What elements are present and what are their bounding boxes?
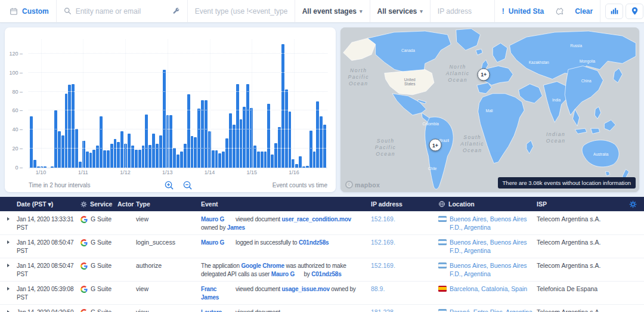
row-expander[interactable] xyxy=(0,258,17,267)
location-cell[interactable]: Buenos Aires, Buenos Aires F.D., Argenti… xyxy=(438,258,537,281)
zoom-out-icon[interactable] xyxy=(182,180,193,190)
column-header-type[interactable]: Type xyxy=(136,200,201,208)
ip-address[interactable]: 152.169. xyxy=(371,235,438,250)
chart-bar[interactable] xyxy=(72,84,75,168)
chart-bar[interactable] xyxy=(163,70,166,168)
event-type-input[interactable] xyxy=(195,7,287,16)
chart-bar[interactable] xyxy=(197,109,200,168)
event-cluster-marker[interactable]: 1+ xyxy=(478,68,490,81)
chart-bar[interactable] xyxy=(103,150,106,168)
chart-bar[interactable] xyxy=(33,160,36,168)
column-header-isp[interactable]: ISP xyxy=(537,200,624,208)
table-row[interactable]: Jan 14, 2020 08:50:47 PSTG Suitelogin_su… xyxy=(0,234,644,258)
chart-bar[interactable] xyxy=(131,146,134,168)
chart-bar[interactable] xyxy=(281,44,284,168)
event-entity-link[interactable]: C01ndz58s xyxy=(311,271,341,277)
chart-view-toggle[interactable] xyxy=(605,4,623,19)
date-range-picker[interactable]: Custom xyxy=(0,0,57,22)
chart-bar[interactable] xyxy=(261,152,264,168)
chart-bar[interactable] xyxy=(222,152,225,168)
chart-bar[interactable] xyxy=(92,150,95,168)
chart-bar[interactable] xyxy=(278,127,281,168)
chart-bar[interactable] xyxy=(142,146,145,168)
chart-bar[interactable] xyxy=(274,143,277,168)
clear-filters-button[interactable]: Clear xyxy=(568,0,600,22)
chart-bar[interactable] xyxy=(257,152,260,168)
chart-bar[interactable] xyxy=(306,166,309,168)
chart-bar[interactable] xyxy=(246,84,249,168)
wrench-icon[interactable] xyxy=(172,7,180,15)
location-cell[interactable]: Paraná, Entre Rios, Argentina xyxy=(438,305,537,312)
chart-bar[interactable] xyxy=(86,152,89,168)
chart-bar[interactable] xyxy=(30,116,33,168)
table-row[interactable]: Jan 14, 2020 08:50:47 PSTG Suiteauthoriz… xyxy=(0,258,644,281)
chart-bar[interactable] xyxy=(264,152,267,168)
chart-bar[interactable] xyxy=(218,153,221,168)
event-entity-link[interactable]: C01ndz58s xyxy=(299,239,329,246)
chart-bar[interactable] xyxy=(289,112,292,168)
chart-bar[interactable] xyxy=(316,101,319,168)
chart-bar[interactable] xyxy=(295,164,298,168)
event-entity-link[interactable]: Mauro G xyxy=(271,270,302,279)
ip-address[interactable]: 152.169. xyxy=(371,258,438,273)
location-cell[interactable]: Barcelona, Catalonia, Spain xyxy=(438,282,537,296)
event-entity-link[interactable]: Google Chrome xyxy=(241,262,284,269)
chart-bar[interactable] xyxy=(114,139,117,168)
chart-bar[interactable] xyxy=(233,125,236,168)
chart-bar[interactable] xyxy=(100,116,103,168)
table-row[interactable]: Jan 14, 2020 13:33:31 PSTG SuiteviewMaur… xyxy=(0,211,644,234)
chart-bar[interactable] xyxy=(187,94,190,168)
ip-address[interactable]: 152.169. xyxy=(371,212,438,227)
chart-bar[interactable] xyxy=(51,166,54,168)
column-header-date[interactable]: Date (PST ▾) xyxy=(17,200,80,208)
ip-address-input[interactable] xyxy=(438,7,487,16)
chart-bar[interactable] xyxy=(271,155,274,168)
country-shape-button[interactable] xyxy=(551,0,568,22)
chart-bar[interactable] xyxy=(215,150,218,168)
chart-bar[interactable] xyxy=(236,84,239,168)
chart-bar[interactable] xyxy=(313,152,316,168)
chart-bar[interactable] xyxy=(180,152,183,168)
chart-bar[interactable] xyxy=(152,134,155,168)
chart-bar[interactable] xyxy=(173,148,176,168)
chart-bar[interactable] xyxy=(61,135,64,168)
chart-bar[interactable] xyxy=(145,115,148,168)
chart-bar[interactable] xyxy=(79,162,82,168)
chart-bar[interactable] xyxy=(128,134,131,168)
chart-bar[interactable] xyxy=(191,136,194,168)
chart-bar[interactable] xyxy=(225,138,228,168)
row-expander[interactable] xyxy=(0,282,17,291)
chart-bar[interactable] xyxy=(240,119,243,168)
column-header-event[interactable]: Event xyxy=(201,200,371,208)
chart-bar[interactable] xyxy=(37,166,40,168)
chart-bar[interactable] xyxy=(65,94,68,168)
map-view-toggle[interactable] xyxy=(626,4,643,19)
chart-bar[interactable] xyxy=(169,115,172,168)
services-dropdown[interactable]: All services ▾ xyxy=(370,0,431,22)
chart-bar[interactable] xyxy=(243,107,246,168)
chart-bar[interactable] xyxy=(194,137,197,168)
chart-bar[interactable] xyxy=(302,166,305,168)
chart-bar[interactable] xyxy=(229,113,232,168)
chart-bar[interactable] xyxy=(253,146,256,168)
chart-bar[interactable] xyxy=(184,144,187,168)
chart-bar[interactable] xyxy=(44,166,47,168)
event-entity-link[interactable]: usage_issue.mov xyxy=(281,286,329,292)
chart-bar[interactable] xyxy=(54,110,57,168)
chart-bar[interactable] xyxy=(320,116,323,168)
event-actor-link[interactable]: Mauro G xyxy=(201,239,233,247)
chart-bar[interactable] xyxy=(309,131,312,168)
map-attribution[interactable]: © mapbox xyxy=(345,181,380,189)
chart-bar[interactable] xyxy=(299,156,302,168)
table-row[interactable]: Jan 14, 2020 05:39:08 PSTG SuiteviewFran… xyxy=(0,281,644,304)
zoom-in-icon[interactable] xyxy=(164,180,174,190)
chart-bar[interactable] xyxy=(89,153,92,168)
chart-bar[interactable] xyxy=(135,150,138,168)
column-header-ip[interactable]: IP address xyxy=(371,200,438,208)
chart-bar[interactable] xyxy=(323,125,326,168)
ip-address[interactable]: 88.9. xyxy=(371,282,438,296)
location-cell[interactable]: Buenos Aires, Buenos Aires F.D., Argenti… xyxy=(438,212,537,234)
event-entity-link[interactable]: James xyxy=(201,294,219,301)
column-header-service[interactable]: Service xyxy=(80,200,117,208)
chart-bar[interactable] xyxy=(96,146,99,168)
